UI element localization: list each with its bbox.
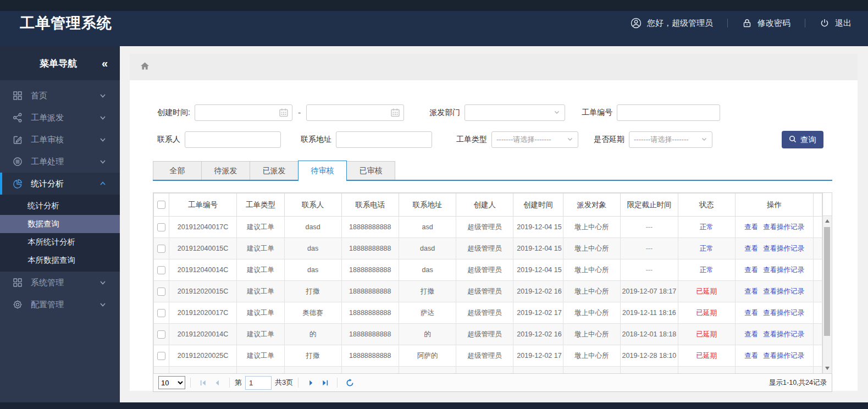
- cell-created: 2019-12-04 15: [517, 223, 561, 231]
- logout-button[interactable]: 退出: [820, 18, 852, 29]
- scroll-down-icon[interactable]: [825, 367, 830, 370]
- row-checkbox[interactable]: [157, 266, 165, 274]
- status-badge: 已延期: [696, 288, 717, 295]
- sidebar-item-0[interactable]: 首页: [0, 85, 120, 107]
- sidebar-subitem-0[interactable]: 统计分析: [0, 197, 120, 215]
- refresh-icon[interactable]: [345, 378, 355, 388]
- row-checkbox[interactable]: [157, 223, 165, 231]
- view-log-link[interactable]: 查看操作记录: [763, 330, 804, 338]
- order-no-input[interactable]: [617, 104, 720, 121]
- sidebar-subitem-3[interactable]: 本所数据查询: [0, 251, 120, 269]
- row-checkbox[interactable]: [157, 352, 165, 360]
- view-link[interactable]: 查看: [744, 330, 758, 338]
- sidebar-item-1[interactable]: 工单派发: [0, 107, 120, 129]
- sidebar-subitem-2[interactable]: 本所统计分析: [0, 233, 120, 251]
- filler-cell: [814, 259, 822, 281]
- order-type-label: 工单类型: [456, 135, 487, 145]
- collapse-sidebar-icon[interactable]: «: [102, 58, 108, 69]
- data-grid: 工单编号工单类型联系人联系电话联系地址创建人创建时间派发对象限定截止时间状态操作…: [153, 192, 832, 374]
- order-type-select[interactable]: -------请选择-------: [491, 131, 578, 148]
- status-badge: 正常: [700, 245, 714, 252]
- tab-4[interactable]: 已审核: [346, 161, 395, 180]
- delay-select[interactable]: -------请选择-------: [629, 131, 712, 148]
- address-input[interactable]: [336, 131, 432, 148]
- cell-target: 墩上中心所: [574, 223, 609, 231]
- greeting-text: 您好，超级管理员: [647, 18, 713, 29]
- cell-type: 建议工单: [247, 288, 274, 295]
- sidebar-item-2[interactable]: 工单审核: [0, 129, 120, 151]
- top-header: 工单管理系统 您好，超级管理员 修改密码: [0, 0, 868, 46]
- power-icon: [820, 18, 830, 28]
- row-checkbox[interactable]: [157, 288, 165, 296]
- first-page-button[interactable]: [198, 378, 208, 388]
- home-icon[interactable]: [140, 61, 150, 73]
- pager-divider: [337, 378, 338, 388]
- row-checkbox[interactable]: [157, 330, 165, 339]
- dispatch-dept-label: 派发部门: [429, 108, 460, 118]
- scroll-up-icon[interactable]: [825, 219, 830, 223]
- view-log-link[interactable]: 查看操作记录: [763, 288, 804, 295]
- view-link[interactable]: 查看: [744, 309, 758, 317]
- cell-target: 墩上中心所: [574, 245, 609, 252]
- cell-order_no: 201912040015C: [178, 245, 228, 252]
- filler-cell: [814, 281, 822, 302]
- view-link[interactable]: 查看: [744, 223, 758, 231]
- scrollbar-track[interactable]: [823, 216, 832, 373]
- tab-2[interactable]: 已派发: [250, 161, 298, 180]
- calendar-icon[interactable]: [279, 108, 289, 120]
- view-log-link[interactable]: 查看操作记录: [763, 309, 804, 317]
- cell-creator: 超级管理员: [467, 266, 502, 274]
- change-password-button[interactable]: 修改密码: [742, 18, 790, 29]
- page-size-select[interactable]: 10: [158, 376, 185, 389]
- status-badge: 正常: [700, 223, 714, 231]
- sidebar-item-4[interactable]: 统计分析: [0, 173, 120, 195]
- search-button[interactable]: 查询: [782, 131, 823, 148]
- view-log-link[interactable]: 查看操作记录: [763, 245, 804, 252]
- tab-1[interactable]: 待派发: [201, 161, 250, 180]
- deadline-value: ---: [646, 266, 653, 274]
- sidebar-item-5[interactable]: 系统管理: [0, 272, 120, 294]
- cell-address: asd: [422, 223, 433, 231]
- cell-type: 建议工单: [247, 223, 274, 231]
- table-row: 201912020014C建议工单的18888888888的超级管理员2019-…: [154, 324, 822, 345]
- create-time-from-input[interactable]: [195, 104, 292, 121]
- work-order-table: 工单编号工单类型联系人联系电话联系地址创建人创建时间派发对象限定截止时间状态操作…: [153, 193, 822, 374]
- footer-strip: [0, 402, 868, 409]
- contact-label: 联系人: [157, 135, 180, 145]
- calendar-icon[interactable]: [390, 108, 400, 120]
- process-icon: [12, 157, 23, 167]
- view-link[interactable]: 查看: [744, 352, 758, 360]
- tab-0[interactable]: 全部: [153, 161, 202, 180]
- sidebar-item-3[interactable]: 工单处理: [0, 151, 120, 173]
- select-all-checkbox-cell: [154, 194, 169, 217]
- scrollbar-thumb[interactable]: [824, 227, 830, 336]
- view-log-link[interactable]: 查看操作记录: [763, 266, 804, 274]
- table-row: 201912040017C建议工单dasd18888888888asd超级管理员…: [154, 217, 822, 238]
- view-link[interactable]: 查看: [744, 288, 758, 295]
- view-link[interactable]: 查看: [744, 245, 758, 252]
- row-checkbox[interactable]: [157, 309, 165, 317]
- page-prefix: 第: [235, 378, 242, 388]
- select-all-checkbox[interactable]: [157, 201, 165, 209]
- view-log-link[interactable]: 查看操作记录: [763, 223, 804, 231]
- column-header-4: 联系地址: [399, 194, 456, 217]
- user-greeting[interactable]: 您好，超级管理员: [631, 18, 713, 29]
- tab-3[interactable]: 待审核: [298, 161, 347, 181]
- cell-address: 萨达: [421, 309, 434, 317]
- view-log-link[interactable]: 查看操作记录: [763, 352, 804, 360]
- next-page-button[interactable]: [306, 378, 316, 388]
- create-time-to-input[interactable]: [306, 104, 404, 121]
- dispatch-dept-select[interactable]: [465, 104, 565, 121]
- row-checkbox[interactable]: [157, 245, 165, 253]
- page-number-input[interactable]: [245, 376, 272, 390]
- header-divider: [727, 19, 728, 27]
- view-link[interactable]: 查看: [744, 266, 758, 274]
- sidebar-subitem-1[interactable]: 数据查询: [0, 215, 120, 233]
- filter-form: 创建时间: -: [130, 80, 858, 148]
- last-page-button[interactable]: [320, 378, 330, 388]
- prev-page-button[interactable]: [212, 378, 222, 388]
- column-header-0: 工单编号: [169, 194, 236, 217]
- contact-input[interactable]: [185, 131, 281, 148]
- sidebar-item-6[interactable]: 配置管理: [0, 294, 120, 316]
- cell-type: 建议工单: [247, 309, 274, 317]
